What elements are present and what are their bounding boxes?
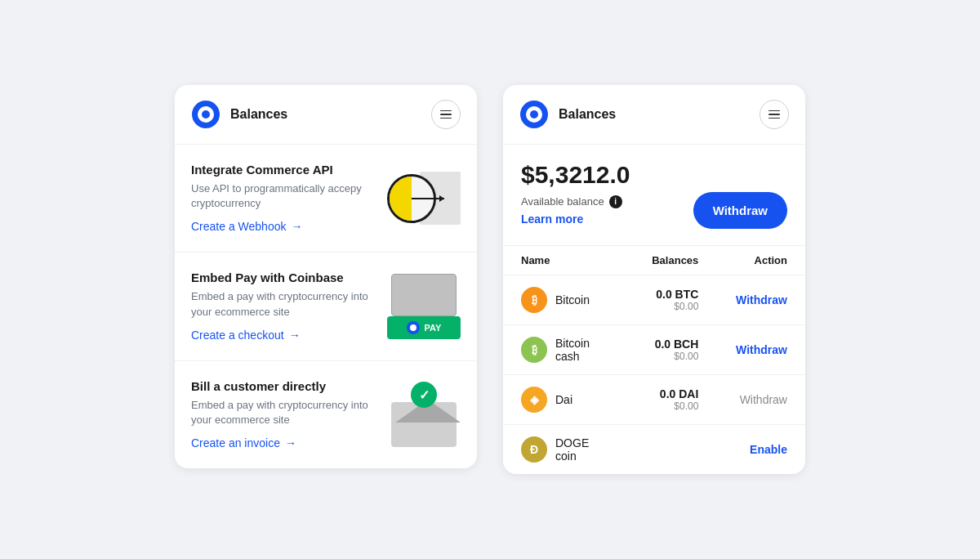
balance-left: Available balance i Learn more xyxy=(521,195,693,226)
table-header: Name Balances Action xyxy=(503,246,805,275)
invoice-desc: Embed a pay with cryptocurrency into you… xyxy=(191,398,377,427)
coin-cell-btc: ₿ Bitcoin xyxy=(521,287,610,313)
right-menu-button[interactable] xyxy=(760,100,789,129)
balance-section: $5,3212.0 Available balance i Learn more… xyxy=(503,145,805,246)
coin-name-dai: Dai xyxy=(555,393,572,406)
action-cell-doge: Enable xyxy=(698,442,787,457)
table-row: ₿ Bitcoin 0.0 BTC $0.00 Withdraw xyxy=(503,275,805,325)
create-invoice-link[interactable]: Create an invoice → xyxy=(191,436,296,449)
pay-title: Embed Pay with Coinbase xyxy=(191,271,377,284)
check-icon: ✓ xyxy=(419,387,430,403)
api-arrow-head xyxy=(439,195,444,202)
create-checkout-label: Create a checkout xyxy=(191,329,284,342)
create-webhook-label: Create a Webhook xyxy=(191,220,286,233)
action-cell-dai: Withdraw xyxy=(698,392,787,407)
balance-cell-bch: 0.0 BCH $0.00 xyxy=(610,338,699,362)
coin-icon-bch: ₿ xyxy=(521,337,547,363)
invoice-illustration: ✓ xyxy=(387,382,461,447)
balance-cell-dai: 0.0 DAI $0.00 xyxy=(610,387,699,412)
action-dai: Withdraw xyxy=(740,393,787,406)
invoice-title: Bill a customer directly xyxy=(191,379,377,393)
balance-cell-btc: 0.0 BTC $0.00 xyxy=(610,288,699,312)
balance-usd-btc: $0.00 xyxy=(610,301,699,312)
balance-label: Available balance xyxy=(521,195,604,208)
learn-more-link[interactable]: Learn more xyxy=(521,212,583,226)
create-checkout-link[interactable]: Create a checkout → xyxy=(191,329,301,342)
table-header-name: Name xyxy=(521,254,610,266)
api-circle-half xyxy=(390,177,412,221)
action-btc[interactable]: Withdraw xyxy=(736,293,787,306)
withdraw-button-main[interactable]: Withdraw xyxy=(693,192,787,229)
coinbase-logo-right xyxy=(519,100,549,129)
pay-desc: Embed a pay with cryptocurrency into you… xyxy=(191,289,377,319)
coin-name-bch: Bitcoin cash xyxy=(555,337,610,363)
balance-usd-dai: $0.00 xyxy=(610,400,699,412)
crypto-table: ₿ Bitcoin 0.0 BTC $0.00 Withdraw ₿ Bitco… xyxy=(503,275,805,474)
pay-label: PAY xyxy=(425,323,442,333)
info-icon[interactable]: i xyxy=(609,195,622,208)
action-cell-bch: Withdraw xyxy=(698,342,787,357)
pay-section: Embed Pay with Coinbase Embed a pay with… xyxy=(175,253,477,360)
coin-cell-dai: ◈ Dai xyxy=(521,387,610,413)
pay-logo-small xyxy=(407,321,420,334)
coin-cell-bch: ₿ Bitcoin cash xyxy=(521,337,610,363)
left-header-left: Balances xyxy=(191,100,287,129)
right-menu-line-2 xyxy=(768,114,780,115)
balance-usd-bch: $0.00 xyxy=(610,351,699,362)
left-card-title: Balances xyxy=(230,107,287,122)
action-bch[interactable]: Withdraw xyxy=(736,343,787,356)
coin-icon-dai: ◈ xyxy=(521,387,547,413)
coinbase-logo-left xyxy=(191,100,220,129)
api-section: Integrate Commerce API Use API to progra… xyxy=(175,145,477,253)
create-webhook-link[interactable]: Create a Webhook → xyxy=(191,220,302,233)
menu-line-2 xyxy=(440,114,452,115)
right-card: Balances $5,3212.0 Available balance i L… xyxy=(503,85,805,474)
menu-line-3 xyxy=(440,118,452,119)
create-invoice-label: Create an invoice xyxy=(191,436,280,449)
action-cell-btc: Withdraw xyxy=(698,293,787,307)
create-invoice-arrow: → xyxy=(285,436,296,449)
pay-logo-inner xyxy=(410,324,416,331)
api-illustration xyxy=(387,168,461,229)
pay-browser-rect xyxy=(391,274,457,316)
pay-text: Embed Pay with Coinbase Embed a pay with… xyxy=(191,271,377,342)
table-row: ◈ Dai 0.0 DAI $0.00 Withdraw xyxy=(503,375,805,425)
balance-crypto-bch: 0.0 BCH xyxy=(610,338,699,351)
balance-crypto-btc: 0.0 BTC xyxy=(610,288,699,301)
coin-icon-doge: Ð xyxy=(521,436,547,463)
balance-label-row: Available balance i xyxy=(521,195,693,208)
table-row: Ð DOGE coin Enable xyxy=(503,425,805,474)
left-card: Balances Integrate Commerce API Use API … xyxy=(175,85,477,468)
invoice-section: Bill a customer directly Embed a pay wit… xyxy=(175,361,477,468)
menu-line-1 xyxy=(440,110,452,112)
table-header-balances: Balances xyxy=(610,254,699,266)
coin-name-btc: Bitcoin xyxy=(555,293,590,306)
left-card-header: Balances xyxy=(175,85,477,145)
invoice-text: Bill a customer directly Embed a pay wit… xyxy=(191,379,377,450)
left-menu-button[interactable] xyxy=(431,100,461,129)
api-title: Integrate Commerce API xyxy=(191,163,377,177)
coin-icon-btc: ₿ xyxy=(521,287,547,313)
coin-name-doge: DOGE coin xyxy=(555,436,610,463)
right-menu-line-3 xyxy=(768,118,780,119)
table-header-action: Action xyxy=(698,254,787,266)
create-webhook-arrow: → xyxy=(291,220,302,233)
action-doge[interactable]: Enable xyxy=(750,443,787,456)
api-desc: Use API to programmatically accepy crypt… xyxy=(191,181,377,211)
right-card-header: Balances xyxy=(503,85,805,145)
coin-cell-doge: Ð DOGE coin xyxy=(521,436,610,463)
create-checkout-arrow: → xyxy=(289,329,301,342)
envelope xyxy=(391,402,457,447)
api-arrow-line xyxy=(412,198,444,199)
right-menu-line-1 xyxy=(768,110,780,112)
balance-amount: $5,3212.0 xyxy=(521,161,787,189)
svg-point-2 xyxy=(202,110,210,119)
balance-row: Available balance i Learn more Withdraw xyxy=(521,192,787,229)
pay-button-bar: PAY xyxy=(387,316,461,339)
table-row: ₿ Bitcoin cash 0.0 BCH $0.00 Withdraw xyxy=(503,325,805,375)
right-header-left: Balances xyxy=(519,100,616,129)
pay-illustration: PAY xyxy=(387,274,461,339)
right-card-title: Balances xyxy=(559,107,616,122)
api-circle-container xyxy=(387,174,436,223)
api-text: Integrate Commerce API Use API to progra… xyxy=(191,163,377,234)
